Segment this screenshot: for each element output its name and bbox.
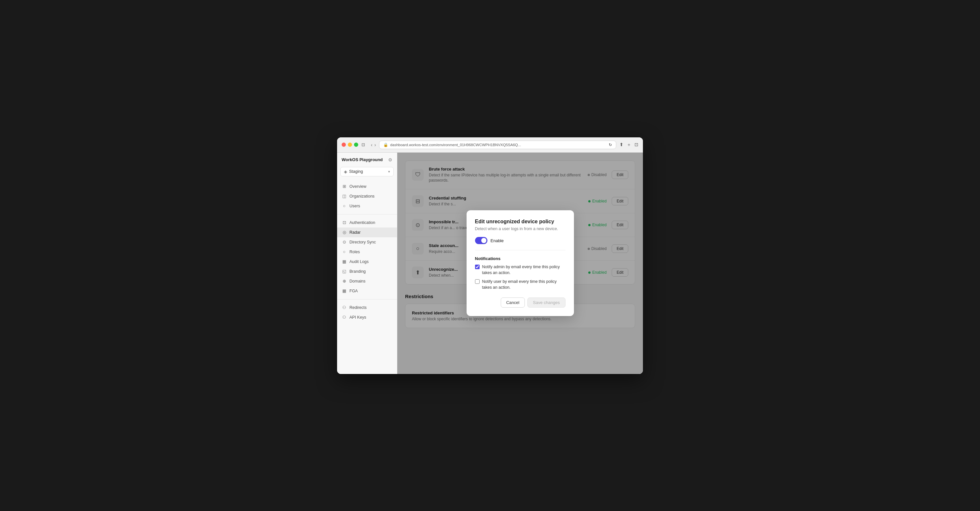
modal: Edit unrecognized device policy Detect w… — [466, 210, 574, 316]
sidebar-item-fga[interactable]: ▦ FGA — [337, 286, 397, 296]
directory-sync-icon: ⊙ — [342, 240, 347, 245]
reload-icon[interactable]: ↻ — [609, 143, 612, 147]
browser-window: ⊡ ‹ › 🔒 dashboard.workos-test.com/enviro… — [337, 137, 643, 374]
toggle-label: Enable — [491, 238, 504, 243]
sidebar-item-label: Users — [350, 204, 360, 208]
organizations-icon: ◫ — [342, 194, 347, 199]
modal-subtitle: Detect when a user logs in from a new de… — [475, 226, 565, 231]
overview-icon: ⊞ — [342, 184, 347, 189]
sidebar-item-users[interactable]: ○ Users — [337, 201, 397, 211]
sidebar: WorkOS Playground ⚙ ◈ Staging ▾ ⊞ Overvi… — [337, 153, 397, 374]
tabs-icon[interactable]: ⊡ — [635, 142, 638, 148]
url-text: dashboard.workos-test.com/environment_01… — [390, 143, 521, 147]
sidebar-item-directory-sync[interactable]: ⊙ Directory Sync — [337, 237, 397, 247]
roles-icon: ○ — [342, 249, 347, 255]
sidebar-item-label: Roles — [350, 250, 360, 254]
sidebar-item-label: Overview — [350, 184, 366, 189]
chevron-down-icon: ▾ — [388, 170, 390, 174]
sidebar-item-overview[interactable]: ⊞ Overview — [337, 181, 397, 191]
notify-user-row: Notify user by email every time this pol… — [475, 279, 565, 290]
env-name: Staging — [349, 169, 386, 174]
app-title: WorkOS Playground — [342, 157, 383, 162]
browser-action-buttons: ⬆ ＋ ⊡ — [619, 142, 638, 148]
share-icon[interactable]: ⬆ — [619, 142, 624, 148]
lock-icon: 🔒 — [383, 143, 388, 147]
sidebar-item-radar[interactable]: ◎ Radar — [337, 228, 397, 237]
sidebar-item-api-keys[interactable]: ⚇ API Keys — [337, 312, 397, 322]
sidebar-divider-2 — [337, 299, 397, 299]
modal-footer: Cancel Save changes — [475, 298, 565, 307]
api-keys-icon: ⚇ — [342, 315, 347, 320]
settings-icon[interactable]: ⚙ — [388, 157, 392, 162]
sidebar-item-label: Redirects — [350, 305, 367, 310]
sidebar-item-label: Branding — [350, 269, 366, 274]
radar-icon: ◎ — [342, 230, 347, 235]
enable-toggle[interactable] — [475, 237, 487, 244]
redirects-icon: ⚇ — [342, 305, 347, 310]
notifications-title: Notifications — [475, 256, 565, 261]
back-button[interactable]: ‹ — [371, 142, 372, 148]
app-header: WorkOS Playground ⚙ — [337, 157, 397, 167]
browser-nav-controls: ‹ › — [371, 142, 376, 148]
sidebar-item-roles[interactable]: ○ Roles — [337, 247, 397, 257]
notify-admin-label: Notify admin by email every time this po… — [482, 264, 565, 276]
toggle-row: Enable — [475, 237, 565, 244]
address-bar[interactable]: 🔒 dashboard.workos-test.com/environment_… — [379, 141, 616, 149]
sidebar-item-domains[interactable]: ⊕ Domains — [337, 276, 397, 286]
notify-user-checkbox[interactable] — [475, 279, 480, 284]
sidebar-item-label: API Keys — [350, 315, 366, 320]
sidebar-item-authentication[interactable]: ⊡ Authentication — [337, 218, 397, 228]
sidebar-item-label: Authentication — [350, 220, 375, 225]
minimize-button[interactable] — [348, 143, 352, 147]
sidebar-item-branding[interactable]: ◱ Branding — [337, 267, 397, 276]
cancel-button[interactable]: Cancel — [501, 298, 525, 307]
sidebar-divider-1 — [337, 214, 397, 215]
sidebar-item-label: Radar — [350, 230, 361, 235]
sidebar-item-label: Audit Logs — [350, 259, 369, 264]
sidebar-item-label: Domains — [350, 279, 365, 283]
users-icon: ○ — [342, 204, 347, 209]
forward-button[interactable]: › — [374, 142, 376, 148]
notify-admin-row: Notify admin by email every time this po… — [475, 264, 565, 276]
notify-user-label: Notify user by email every time this pol… — [482, 279, 565, 290]
close-button[interactable] — [342, 143, 346, 147]
sidebar-item-audit-logs[interactable]: ▦ Audit Logs — [337, 257, 397, 267]
fga-icon: ▦ — [342, 288, 347, 294]
main-content: 🛡 Brute force attack Detect if the same … — [397, 153, 643, 374]
notify-admin-checkbox[interactable] — [475, 264, 480, 269]
notifications-section: Notifications Notify admin by email ever… — [475, 256, 565, 290]
env-icon: ◈ — [344, 169, 347, 174]
modal-divider — [475, 250, 565, 250]
traffic-lights — [342, 143, 358, 147]
branding-icon: ◱ — [342, 269, 347, 274]
authentication-icon: ⊡ — [342, 220, 347, 225]
sidebar-item-label: FGA — [350, 289, 358, 293]
sidebar-item-redirects[interactable]: ⚇ Redirects — [337, 303, 397, 312]
new-tab-icon[interactable]: ＋ — [627, 142, 631, 148]
sidebar-toggle-icon[interactable]: ⊡ — [361, 142, 365, 147]
app-layout: WorkOS Playground ⚙ ◈ Staging ▾ ⊞ Overvi… — [337, 153, 643, 374]
audit-logs-icon: ▦ — [342, 259, 347, 264]
save-changes-button[interactable]: Save changes — [527, 298, 565, 307]
sidebar-item-label: Organizations — [350, 194, 374, 199]
domains-icon: ⊕ — [342, 279, 347, 284]
sidebar-item-label: Directory Sync — [350, 240, 376, 244]
browser-chrome: ⊡ ‹ › 🔒 dashboard.workos-test.com/enviro… — [337, 137, 643, 153]
modal-overlay: Edit unrecognized device policy Detect w… — [397, 153, 643, 374]
modal-title: Edit unrecognized device policy — [475, 219, 565, 224]
sidebar-item-organizations[interactable]: ◫ Organizations — [337, 191, 397, 201]
environment-selector[interactable]: ◈ Staging ▾ — [340, 167, 394, 177]
maximize-button[interactable] — [354, 143, 358, 147]
